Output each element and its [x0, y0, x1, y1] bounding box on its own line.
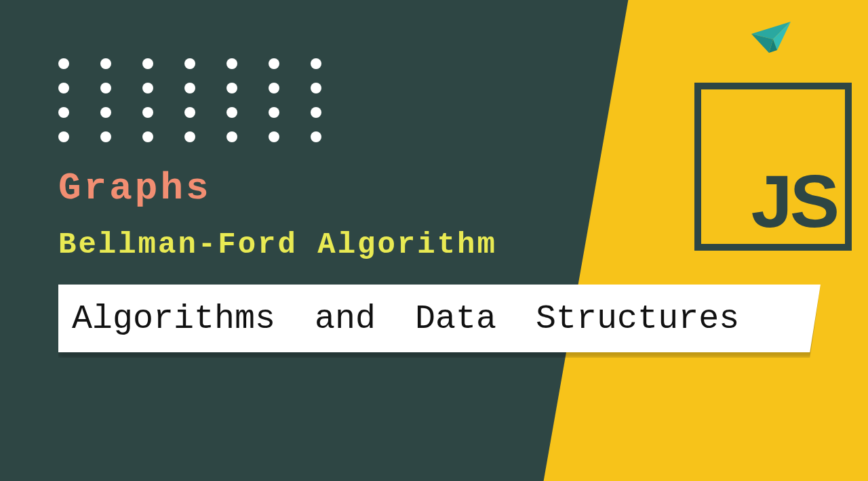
subtitle-label: Bellman-Ford Algorithm — [58, 228, 497, 262]
banner-text: Algorithms and Data Structures — [72, 299, 739, 338]
paper-plane-icon — [750, 20, 792, 57]
js-logo: JS — [694, 83, 852, 251]
title-banner: Algorithms and Data Structures — [58, 285, 821, 352]
category-label: Graphs — [58, 167, 212, 210]
dot-grid — [58, 58, 321, 142]
js-logo-text: JS — [751, 164, 837, 238]
